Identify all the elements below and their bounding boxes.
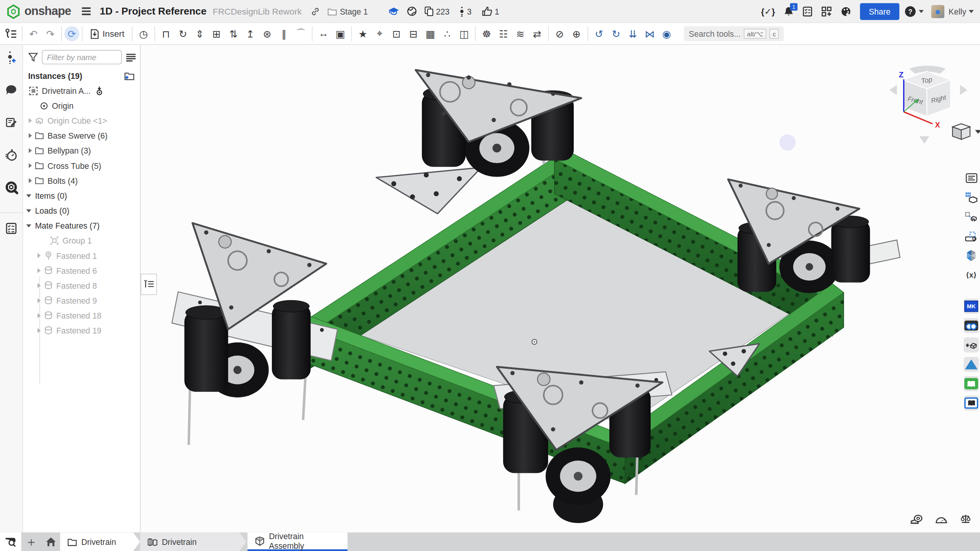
- section-loads[interactable]: Loads (0): [23, 203, 140, 218]
- app-mountain-icon[interactable]: [964, 357, 979, 372]
- filter-input[interactable]: [42, 50, 122, 65]
- chevron-right-icon[interactable]: [38, 298, 41, 303]
- tree-row-origin[interactable]: Origin: [23, 98, 140, 113]
- chevron-right-icon[interactable]: [29, 148, 32, 153]
- tree-row-folder-base-swerve[interactable]: Base Swerve (6): [23, 128, 140, 143]
- rotate-animate-icon[interactable]: ↻: [607, 25, 624, 42]
- cylindrical-mate-icon[interactable]: ⇅: [225, 25, 242, 42]
- chevron-right-icon[interactable]: [38, 283, 41, 288]
- favorites-icon[interactable]: ★: [354, 25, 371, 42]
- hamburger-menu-icon[interactable]: [81, 7, 91, 16]
- parallel-mate-icon[interactable]: ∥: [276, 25, 293, 42]
- mate-row-fastened-18[interactable]: Fastened 18: [23, 308, 140, 323]
- view-cube-body[interactable]: Top Front Right: [903, 71, 951, 116]
- learning-center-icon[interactable]: [4, 180, 19, 195]
- tape-measure-icon[interactable]: [908, 510, 925, 527]
- pin-slot-mate-icon[interactable]: ↥: [242, 25, 259, 42]
- tab-drivetrain-folder[interactable]: Drivetrain: [60, 532, 140, 551]
- linear-pattern-icon[interactable]: ▦: [422, 25, 439, 42]
- section-mate-features[interactable]: Mate Features (7): [23, 218, 140, 233]
- user-menu[interactable]: Kelly: [949, 7, 974, 16]
- custom-feature-icon[interactable]: ⟨x⟩: [964, 268, 979, 283]
- chevron-right-icon[interactable]: [38, 253, 41, 258]
- copies-stat[interactable]: 223: [424, 6, 449, 16]
- mate-row-fastened-1[interactable]: Fastened 1: [23, 248, 140, 263]
- revolute-mate-icon[interactable]: ↻: [174, 25, 191, 42]
- chevron-right-icon[interactable]: [29, 163, 32, 168]
- named-views-icon[interactable]: [964, 229, 979, 244]
- follow-tasks-icon[interactable]: [4, 221, 19, 235]
- show-parts-icon[interactable]: ⊕: [568, 25, 585, 42]
- mate-row-fastened-9[interactable]: Fastened 9: [23, 293, 140, 308]
- drop-parts-icon[interactable]: ⇊: [624, 25, 641, 42]
- app-hexagon-icon[interactable]: [964, 248, 979, 263]
- filter-icon[interactable]: [28, 52, 38, 62]
- rack-pinion-relation-icon[interactable]: ☷: [495, 25, 512, 42]
- undo-icon[interactable]: ↶: [25, 25, 42, 42]
- globe-public-icon[interactable]: [407, 6, 417, 16]
- slider-mate-icon[interactable]: ⇕: [191, 25, 208, 42]
- derived-part-icon[interactable]: [964, 209, 979, 224]
- section-items[interactable]: Items (0): [23, 188, 140, 203]
- workspace-breadcrumb[interactable]: Stage 1: [327, 7, 368, 16]
- explode-view-icon[interactable]: ↺: [591, 25, 607, 42]
- insert-parts-icon[interactable]: ⊡: [388, 25, 405, 42]
- swerve-module-right[interactable]: [728, 179, 900, 293]
- tab-drivetrain-assembly[interactable]: Drivetrain Assembly: [247, 532, 347, 551]
- versions-history-icon[interactable]: [4, 50, 19, 65]
- tree-row-folder-bolts[interactable]: Bolts (4): [23, 173, 140, 188]
- distance-limit-icon[interactable]: ↔: [315, 25, 332, 42]
- fastened-mate-icon[interactable]: ⊓: [157, 25, 174, 42]
- assembly-canvas[interactable]: Top Front Right Z X: [144, 45, 980, 533]
- bom-table-icon[interactable]: [964, 171, 979, 186]
- app-book-green-icon[interactable]: [964, 376, 979, 391]
- app-mk-icon[interactable]: MK: [964, 299, 979, 314]
- mate-connector-icon[interactable]: ◷: [135, 25, 152, 42]
- apps-grid-icon[interactable]: [821, 6, 832, 17]
- api-braces-icon[interactable]: {✓}: [761, 6, 775, 16]
- transform-icon[interactable]: ▣: [332, 25, 349, 42]
- search-tools-button[interactable]: Search tools... alt/⌥ c: [684, 26, 784, 41]
- tangent-mate-icon[interactable]: ⌒: [293, 25, 309, 42]
- ball-mate-icon[interactable]: ⊛: [259, 25, 276, 42]
- snapshot-icon[interactable]: ◉: [658, 25, 675, 42]
- panel-flyout-toggle[interactable]: [141, 274, 157, 295]
- new-tab-button[interactable]: ＋: [21, 532, 41, 551]
- origin-indicator[interactable]: [532, 339, 537, 344]
- mirror-icon[interactable]: ◫: [456, 25, 473, 42]
- help-menu[interactable]: ?: [904, 5, 924, 17]
- share-button[interactable]: Share: [860, 3, 899, 20]
- chevron-down-icon[interactable]: [26, 209, 31, 212]
- likes-stat[interactable]: 1: [481, 6, 499, 16]
- mate-row-fastened-8[interactable]: Fastened 8: [23, 278, 140, 293]
- tree-row-folder-bellypan[interactable]: Bellypan (3): [23, 143, 140, 158]
- chevron-down-icon[interactable]: [26, 194, 31, 197]
- gear-relation-icon[interactable]: ☸: [478, 25, 495, 42]
- app-kinematics-icon[interactable]: [964, 337, 979, 352]
- add-folder-icon[interactable]: [124, 71, 135, 80]
- planar-mate-icon[interactable]: ⊞: [208, 25, 225, 42]
- update-document-icon[interactable]: ⟳: [64, 26, 79, 41]
- avatar[interactable]: [931, 5, 944, 18]
- tree-row-assembly-root[interactable]: Drivetrain A...: [23, 83, 140, 98]
- protractor-icon[interactable]: [933, 510, 949, 527]
- replicate-icon[interactable]: ∴: [439, 25, 456, 42]
- versions-stat[interactable]: 3: [460, 6, 471, 17]
- mass-scale-icon[interactable]: [957, 510, 974, 527]
- history-timer-icon[interactable]: [4, 147, 19, 162]
- mate-row-group-1[interactable]: Group 1: [23, 233, 140, 248]
- tree-row-folder-cross-tube[interactable]: Cross Tube (5): [23, 158, 140, 173]
- redo-icon[interactable]: ↷: [42, 25, 59, 42]
- copy-parts-icon[interactable]: ⊟: [405, 25, 422, 42]
- collision-check-icon[interactable]: ⋈: [641, 25, 658, 42]
- learning-cap-icon[interactable]: [388, 7, 399, 16]
- comments-icon[interactable]: [4, 82, 19, 97]
- chevron-right-icon[interactable]: [38, 268, 41, 273]
- onshape-logo[interactable]: onshape: [6, 4, 71, 19]
- mate-row-fastened-6[interactable]: Fastened 6: [23, 263, 140, 278]
- screw-relation-icon[interactable]: ≋: [512, 25, 529, 42]
- structure-panel-toggle-icon[interactable]: [3, 25, 20, 42]
- chevron-right-icon[interactable]: [38, 328, 41, 333]
- chevron-right-icon[interactable]: [29, 118, 32, 123]
- link-icon[interactable]: [311, 7, 320, 16]
